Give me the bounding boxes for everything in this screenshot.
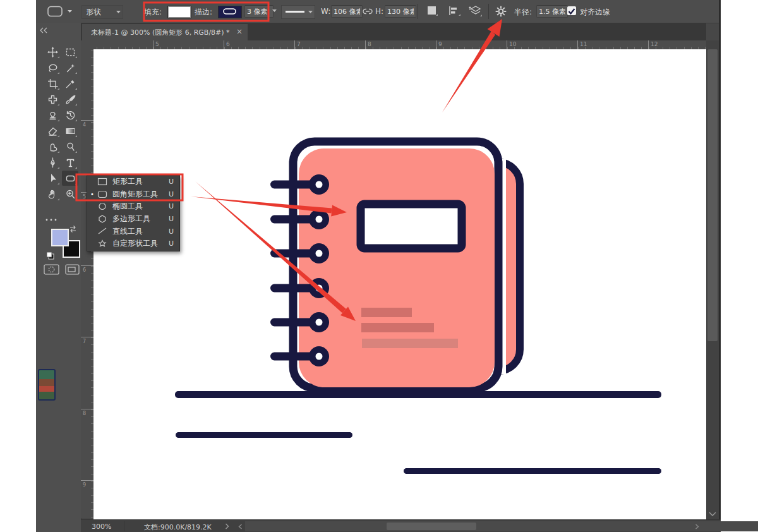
tool-options-bar: 形状 填充: 描边: W: H: — [36, 0, 719, 23]
close-tab-button[interactable]: × — [236, 27, 243, 36]
stroke-width-input[interactable] — [244, 5, 274, 18]
default-colors-button[interactable] — [46, 250, 55, 262]
shape-settings-button[interactable] — [495, 5, 507, 18]
screen-mode-button[interactable] — [65, 264, 80, 277]
zoom-tool[interactable] — [62, 186, 78, 202]
horizontal-scrollbar[interactable] — [245, 521, 758, 531]
align-edges-label: 对齐边缘 — [580, 7, 610, 18]
link-dimensions-icon[interactable] — [362, 7, 373, 16]
tool-preset-button[interactable] — [45, 4, 75, 19]
document-canvas[interactable] — [93, 49, 706, 519]
document-tab[interactable]: 未标题-1 @ 300% (圆角矩形 6, RGB/8#) * × — [82, 24, 248, 40]
magic-wand-tool[interactable] — [62, 60, 78, 75]
path-alignment-button[interactable] — [448, 6, 462, 17]
window-right-edge — [719, 0, 721, 532]
eraser-tool[interactable] — [44, 123, 61, 138]
divider — [124, 521, 124, 531]
vertical-scrollbar-thumb[interactable] — [707, 49, 718, 341]
line-icon — [97, 227, 108, 235]
height-input[interactable] — [385, 5, 416, 18]
divider — [488, 4, 489, 19]
ruler-mark: 8 — [81, 409, 93, 416]
ruler-origin-corner[interactable] — [81, 40, 94, 50]
path-operations-button[interactable] — [426, 6, 439, 17]
horizontal-scrollbar-thumb[interactable] — [387, 523, 476, 530]
menu-item-rounded-rectangle-tool[interactable]: • 圆角矩形工具 U — [87, 188, 179, 201]
stroke-color-swatch[interactable] — [218, 6, 242, 18]
zoom-level[interactable]: 300% — [92, 523, 111, 531]
ruler-mark: 8 — [365, 40, 371, 49]
radius-input[interactable] — [536, 5, 568, 18]
stroke-type-select[interactable] — [281, 5, 315, 19]
menu-item-polygon-tool[interactable]: 多边形工具 U — [87, 213, 179, 226]
spot-healing-brush-tool[interactable] — [44, 92, 61, 107]
chevron-down-icon — [308, 11, 313, 14]
move-tool[interactable] — [44, 44, 61, 59]
ruler-mark: 10 — [507, 40, 516, 49]
quick-mask-icon — [44, 264, 60, 275]
menu-item-shortcut: U — [169, 239, 174, 248]
collapse-panel-button[interactable] — [39, 24, 48, 36]
menu-item-label: 多边形工具 — [112, 214, 150, 224]
swap-colors-button[interactable] — [69, 224, 78, 236]
stroke-label: 描边: — [195, 7, 212, 18]
width-input[interactable] — [331, 5, 363, 18]
scroll-down-icon[interactable] — [709, 512, 716, 517]
ruler-mark: 11 — [577, 40, 587, 49]
chevron-down-icon — [116, 11, 121, 14]
menu-item-custom-shape-tool[interactable]: 自定形状工具 U — [87, 238, 179, 250]
menu-item-label: 矩形工具 — [112, 176, 143, 187]
brush-tool[interactable] — [62, 92, 78, 107]
menu-item-label: 圆角矩形工具 — [112, 189, 158, 200]
ruler-mark: 7 — [294, 40, 301, 49]
ruler-mark: 9 — [81, 480, 93, 488]
lasso-tool[interactable] — [44, 60, 61, 75]
dodge-tool[interactable] — [62, 139, 78, 154]
path-arrangement-button[interactable] — [468, 5, 483, 18]
menu-item-shortcut: U — [169, 215, 174, 223]
scroll-right-icon[interactable] — [695, 524, 700, 529]
tool-mode-value: 形状 — [86, 7, 101, 18]
edit-toolbar-button[interactable] — [45, 212, 59, 224]
eyedropper-tool[interactable] — [62, 76, 78, 91]
status-menu-icon[interactable] — [225, 523, 230, 529]
rounded-rectangle-tool[interactable] — [62, 171, 78, 186]
ellipsis-icon — [45, 218, 59, 222]
fill-color-swatch[interactable] — [167, 6, 191, 18]
height-label: H: — [375, 7, 383, 16]
crop-tool[interactable] — [44, 76, 61, 91]
menu-item-label: 椭圆工具 — [112, 201, 143, 212]
menu-item-ellipse-tool[interactable]: 椭圆工具 U — [87, 200, 179, 213]
foreground-color-swatch[interactable] — [51, 229, 69, 246]
fill-label: 填充: — [144, 7, 162, 18]
chevron-down-icon[interactable] — [272, 9, 277, 13]
path-operations-icon — [426, 6, 439, 17]
path-selection-tool[interactable] — [44, 171, 61, 186]
scroll-left-icon[interactable] — [238, 524, 243, 529]
menu-item-rectangle-tool[interactable]: 矩形工具 U — [87, 176, 179, 188]
document-info: 文档:900.0K/819.2K — [144, 523, 212, 532]
vertical-scrollbar[interactable] — [706, 40, 719, 519]
document-tab-bar: 未标题-1 @ 300% (圆角矩形 6, RGB/8#) * × — [81, 23, 706, 40]
history-brush-tool[interactable] — [62, 107, 78, 123]
smudge-tool[interactable] — [44, 139, 61, 154]
type-tool[interactable] — [62, 155, 78, 170]
pen-tool[interactable] — [44, 155, 61, 170]
arrange-icon — [468, 5, 483, 18]
checkbox-check-icon — [567, 7, 576, 16]
rectangular-marquee-tool[interactable] — [62, 44, 78, 59]
gear-icon — [495, 5, 507, 18]
align-edges-checkbox[interactable] — [567, 6, 576, 15]
ruler-mark: 7 — [81, 337, 93, 344]
clone-stamp-tool[interactable] — [44, 107, 61, 123]
quick-mask-button[interactable] — [44, 264, 60, 277]
screen-mode-icon — [65, 264, 80, 275]
tool-mode-select[interactable]: 形状 — [81, 5, 123, 19]
status-bar: 300% 文档:900.0K/819.2K — [81, 519, 721, 532]
ruler-mark: 12 — [648, 40, 658, 49]
default-swatches-icon — [46, 251, 55, 260]
menu-item-shortcut: U — [169, 190, 174, 198]
menu-item-line-tool[interactable]: 直线工具 U — [87, 225, 179, 238]
hand-tool[interactable] — [44, 186, 61, 202]
gradient-tool[interactable] — [62, 123, 78, 138]
